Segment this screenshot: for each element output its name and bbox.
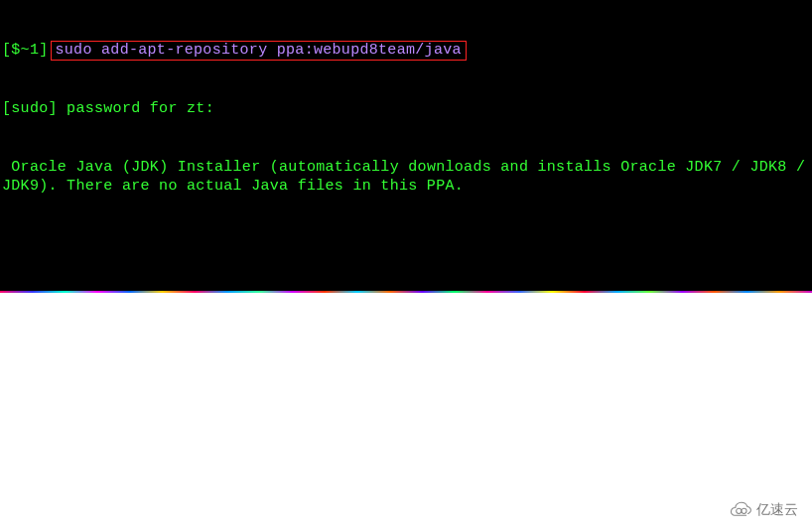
highlighted-command: sudo add-apt-repository ppa:webupd8team/… bbox=[51, 41, 467, 61]
decorative-border bbox=[0, 291, 812, 293]
watermark-text: 亿速云 bbox=[756, 500, 798, 520]
svg-point-0 bbox=[736, 508, 741, 513]
cloud-icon bbox=[728, 501, 753, 519]
terminal-output-line bbox=[0, 235, 812, 255]
watermark: 亿速云 bbox=[713, 487, 812, 532]
shell-prompt: [$~1] bbox=[0, 41, 49, 61]
prompt-line: [$~1] sudo add-apt-repository ppa:webupd… bbox=[0, 41, 812, 61]
svg-point-1 bbox=[741, 508, 745, 513]
terminal-output-line: Oracle Java (JDK) Installer (automatical… bbox=[0, 158, 812, 197]
terminal-output-line: [sudo] password for zt: bbox=[0, 99, 812, 119]
terminal-window[interactable]: [$~1] sudo add-apt-repository ppa:webupd… bbox=[0, 0, 812, 293]
